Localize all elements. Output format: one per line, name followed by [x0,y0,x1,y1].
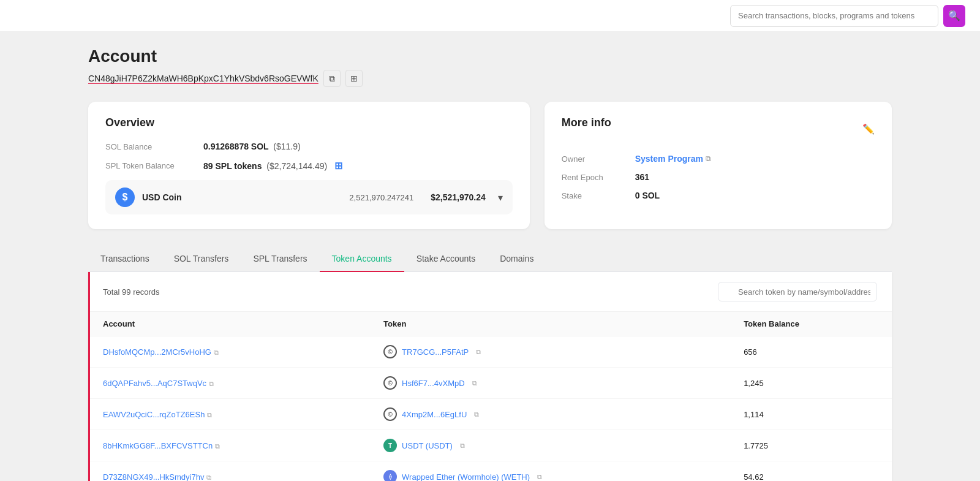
token-link[interactable]: Hsf6F7...4vXMpD [402,379,465,388]
copy-address-button[interactable]: ⧉ [323,70,341,87]
overview-card: Overview SOL Balance 0.91268878 SOL ($11… [88,102,530,229]
account-copy-icon[interactable]: ⧉ [209,380,214,388]
token-amount: 2,521,970.247241 [349,193,413,202]
owner-copy-icon[interactable]: ⧉ [706,154,711,163]
qr-code-button[interactable]: ⊞ [345,70,363,87]
token-cell: ⟠ Wrapped Ether (Wormhole) (WETH) ⧉ [369,461,729,482]
token-copy-icon[interactable]: ⧉ [476,348,481,356]
more-info-title: More info [562,116,611,129]
table-toolbar: Total 99 records 🔍 [88,272,892,312]
qr-icon: ⊞ [350,74,358,83]
token-cell-inner: © 4Xmp2M...6EgLfU ⧉ [383,407,714,421]
spl-balance-label: SPL Token Balance [105,161,203,170]
token-chevron-button[interactable]: ▾ [498,192,503,203]
token-cell: © 4Xmp2M...6EgLfU ⧉ [369,399,729,430]
token-cell: © TR7GCG...P5FAtP ⧉ [369,336,729,368]
token-cell-inner: T USDT (USDT) ⧉ [383,439,714,452]
sol-balance-label: SOL Balance [105,142,203,151]
table-body: DHsfoMQCMp...2MCr5vHoHG⧉ © TR7GCG...P5FA… [88,336,892,482]
token-link[interactable]: TR7GCG...P5FAtP [402,347,469,357]
tab-stake-accounts[interactable]: Stake Accounts [404,246,488,272]
account-link[interactable]: 6dQAPFahv5...AqC7STwqVc [103,379,206,388]
token-search-input[interactable] [718,282,877,301]
spl-token-icon[interactable]: ⊞ [334,161,342,171]
total-records: Total 99 records [103,287,160,297]
tab-sol-transfers[interactable]: SOL Transfers [162,246,241,272]
token-row-box: $ USD Coin 2,521,970.247241 $2,521,970.2… [105,180,513,214]
token-cell: T USDT (USDT) ⧉ [369,430,729,461]
token-copy-icon[interactable]: ⧉ [460,442,465,450]
stake-label: Stake [562,191,635,200]
spl-balance-value: 89 SPL tokens ($2,724,144.49) ⊞ [203,160,342,172]
sol-balance-row: SOL Balance 0.91268878 SOL ($11.9) [105,142,513,151]
token-icon: $ [115,187,135,207]
stake-row: Stake 0 SOL [562,191,875,200]
account-copy-icon[interactable]: ⧉ [207,411,212,419]
token-cell: © Hsf6F7...4vXMpD ⧉ [369,368,729,399]
rent-epoch-label: Rent Epoch [562,173,635,182]
account-copy-icon[interactable]: ⧉ [215,442,220,450]
main-content: Account CN48gJiH7P6Z2kMaWH6BpKpxC1YhkVSb… [74,32,907,481]
more-info-header: More info ✏️ [562,116,875,142]
tab-spl-transfers[interactable]: SPL Transfers [241,246,319,272]
spl-balance-row: SPL Token Balance 89 SPL tokens ($2,724,… [105,160,513,172]
usdt-icon: T [383,439,397,452]
search-icon: 🔍 [948,10,960,21]
account-address: CN48gJiH7P6Z2kMaWH6BpKpxC1YhkVSbdv6RsoGE… [88,74,318,83]
account-address-row: CN48gJiH7P6Z2kMaWH6BpKpxC1YhkVSbdv6RsoGE… [88,70,892,87]
circle-c-icon: © [383,407,397,421]
token-cell-inner: ⟠ Wrapped Ether (Wormhole) (WETH) ⧉ [383,470,714,481]
table-row: 8bHKmkGG8F...BXFCVSTTCn⧉ T USDT (USDT) ⧉… [88,430,892,461]
balance-cell: 1.7725 [729,430,892,461]
account-link[interactable]: 8bHKmkGG8F...BXFCVSTTCn [103,441,213,450]
table-row: EAWV2uQciC...rqZoTZ6ESh⧉ © 4Xmp2M...6EgL… [88,399,892,430]
account-cell: EAWV2uQciC...rqZoTZ6ESh⧉ [88,399,369,430]
cards-row: Overview SOL Balance 0.91268878 SOL ($11… [88,102,892,229]
table-header: Account Token Token Balance [88,312,892,336]
token-copy-icon[interactable]: ⧉ [472,379,477,387]
account-cell: D73Z8NGX49...HkSmdyi7hv⧉ [88,461,369,482]
account-link[interactable]: D73Z8NGX49...HkSmdyi7hv [103,472,204,482]
balance-cell: 1,114 [729,399,892,430]
col-balance: Token Balance [729,312,892,336]
edit-icon[interactable]: ✏️ [862,123,875,135]
stake-value: 0 SOL [635,191,660,200]
sol-balance-value: 0.91268878 SOL ($11.9) [203,142,301,151]
more-info-card: More info ✏️ Owner System Program ⧉ Rent… [545,102,892,229]
token-link[interactable]: 4Xmp2M...6EgLfU [402,410,467,419]
owner-value[interactable]: System Program [635,154,703,164]
search-button[interactable]: 🔍 [943,5,965,27]
account-cell: 6dQAPFahv5...AqC7STwqVc⧉ [88,368,369,399]
page-title: Account [88,47,892,66]
table-section: Total 99 records 🔍 Account Token Token B… [88,272,892,481]
search-input[interactable] [730,5,938,27]
account-link[interactable]: EAWV2uQciC...rqZoTZ6ESh [103,410,205,419]
token-link[interactable]: Wrapped Ether (Wormhole) (WETH) [402,472,530,482]
account-cell: 8bHKmkGG8F...BXFCVSTTCn⧉ [88,430,369,461]
token-accounts-table: Account Token Token Balance DHsfoMQCMp..… [88,312,892,481]
rent-epoch-row: Rent Epoch 361 [562,172,875,182]
overview-title: Overview [105,116,513,129]
token-copy-icon[interactable]: ⧉ [537,473,542,481]
table-row: 6dQAPFahv5...AqC7STwqVc⧉ © Hsf6F7...4vXM… [88,368,892,399]
token-cell-inner: © TR7GCG...P5FAtP ⧉ [383,345,714,358]
balance-cell: 54.62 [729,461,892,482]
token-name: USD Coin [142,192,342,202]
table-row: DHsfoMQCMp...2MCr5vHoHG⧉ © TR7GCG...P5FA… [88,336,892,368]
token-value: $2,521,970.24 [431,192,486,202]
circle-c-icon: © [383,345,397,358]
account-copy-icon[interactable]: ⧉ [206,474,211,482]
tab-domains[interactable]: Domains [488,246,546,272]
owner-row: Owner System Program ⧉ [562,154,875,164]
col-token: Token [369,312,729,336]
search-wrapper: 🔍 [730,5,965,27]
tab-token-accounts[interactable]: Token Accounts [320,246,404,272]
copy-icon: ⧉ [329,74,335,84]
tab-transactions[interactable]: Transactions [88,246,162,272]
account-link[interactable]: DHsfoMQCMp...2MCr5vHoHG [103,347,211,357]
table-row: D73Z8NGX49...HkSmdyi7hv⧉ ⟠ Wrapped Ether… [88,461,892,482]
token-link[interactable]: USDT (USDT) [402,441,453,450]
account-copy-icon[interactable]: ⧉ [214,349,219,357]
token-copy-icon[interactable]: ⧉ [474,411,479,419]
account-cell: DHsfoMQCMp...2MCr5vHoHG⧉ [88,336,369,368]
